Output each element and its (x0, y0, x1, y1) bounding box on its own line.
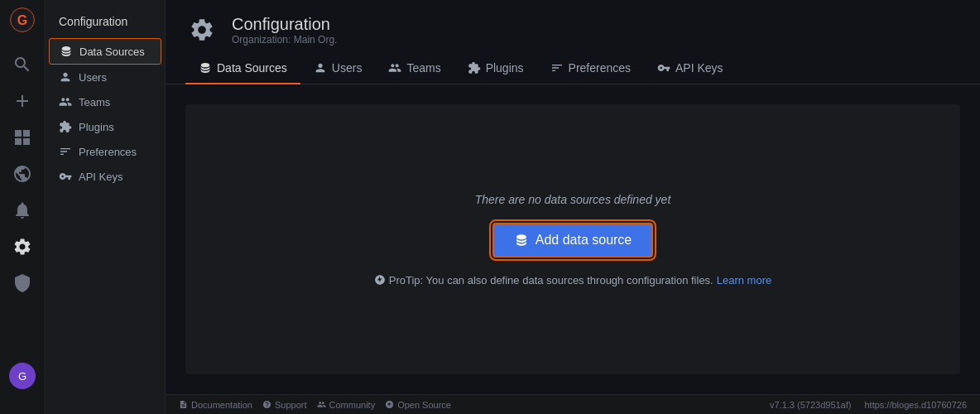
tab-plugins[interactable]: Plugins (454, 53, 537, 84)
svg-text:G: G (17, 13, 27, 27)
add-panel-icon-btn[interactable] (6, 84, 39, 118)
search-icon-btn[interactable] (6, 48, 39, 81)
footer-community[interactable]: Community (329, 400, 376, 410)
preferences-menu[interactable]: Preferences (46, 139, 165, 164)
tab-users[interactable]: Users (300, 53, 376, 84)
tab-api-keys[interactable]: API Keys (644, 53, 737, 84)
footer-doc-icon: Documentation (179, 400, 252, 410)
avatar[interactable]: G (9, 363, 36, 389)
tab-preferences[interactable]: Preferences (537, 53, 644, 84)
footer-support[interactable]: Support (275, 400, 307, 410)
grafana-logo[interactable]: G (9, 7, 36, 33)
footer-documentation[interactable]: Documentation (191, 400, 252, 410)
alerting-icon-btn[interactable] (6, 194, 39, 227)
content-area: There are no data sources defined yet Ad… (166, 84, 980, 394)
configuration-header-icon (185, 13, 219, 46)
add-data-source-label: Add data source (536, 233, 632, 248)
protip: ProTip: You can also define data sources… (374, 274, 771, 286)
footer-open-source[interactable]: Open Source (397, 400, 451, 410)
page-header: Configuration Organization: Main Org. (166, 0, 980, 46)
main-content: Configuration Organization: Main Org. Da… (166, 0, 980, 414)
teams-menu[interactable]: Teams (46, 89, 165, 114)
footer-right: v7.1.3 (5723d951af) https://bloges.d1076… (770, 400, 967, 410)
plugins-menu-label: Plugins (79, 121, 114, 133)
tab-teams[interactable]: Teams (375, 53, 454, 84)
users-menu[interactable]: Users (46, 65, 165, 89)
page-title: Configuration (232, 14, 337, 34)
shield-icon-btn[interactable] (6, 267, 39, 300)
add-data-source-button[interactable]: Add data source (492, 223, 654, 258)
footer-support-icon: Support (262, 400, 307, 410)
footer-url: https://bloges.d10760726 (864, 400, 967, 410)
tab-plugins-label: Plugins (486, 61, 524, 75)
preferences-menu-label: Preferences (79, 146, 137, 158)
tabs-bar: Data Sources Users Teams Plugins Prefere… (166, 53, 980, 84)
footer-links: Documentation Support Community Open Sou… (179, 400, 451, 410)
plugins-menu[interactable]: Plugins (46, 114, 165, 139)
tab-data-sources-label: Data Sources (217, 61, 287, 75)
tab-teams-label: Teams (406, 61, 440, 75)
footer-community-icon: Community (317, 400, 376, 410)
data-sources-menu-label: Data Sources (79, 46, 145, 58)
api-keys-menu[interactable]: API Keys (46, 164, 165, 189)
tab-api-keys-label: API Keys (675, 61, 723, 75)
learn-more-link[interactable]: Learn more (717, 274, 771, 286)
protip-text-content: ProTip: You can also define data sources… (389, 274, 713, 286)
users-menu-label: Users (79, 71, 107, 84)
sidebar-wide: Configuration Data Sources Users Teams P… (46, 0, 166, 414)
tab-users-label: Users (332, 61, 363, 75)
footer-bar: Documentation Support Community Open Sou… (166, 394, 980, 414)
empty-message: There are no data sources defined yet (475, 193, 671, 206)
teams-menu-label: Teams (79, 96, 110, 108)
api-keys-menu-label: API Keys (79, 171, 122, 183)
data-sources-menu[interactable]: Data Sources (49, 38, 161, 65)
tab-data-sources[interactable]: Data Sources (185, 53, 300, 84)
explore-icon-btn[interactable] (6, 157, 39, 190)
content-panel: There are no data sources defined yet Ad… (185, 104, 960, 374)
page-subtitle: Organization: Main Org. (232, 34, 337, 46)
sidebar-narrow: G G (0, 0, 46, 414)
sidebar-title: Configuration (46, 7, 165, 38)
tab-preferences-label: Preferences (569, 61, 631, 75)
page-header-text: Configuration Organization: Main Org. (232, 14, 337, 46)
footer-version: v7.1.3 (5723d951af) (770, 400, 851, 410)
dashboards-icon-btn[interactable] (6, 121, 39, 154)
configuration-icon-btn[interactable] (6, 230, 39, 263)
footer-opensource-icon: Open Source (385, 400, 451, 410)
